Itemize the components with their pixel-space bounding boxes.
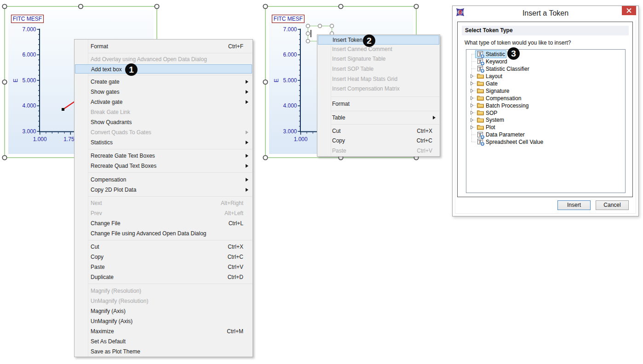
svg-text:System: System <box>486 117 504 123</box>
svg-text:E: E <box>12 79 19 82</box>
svg-text:6.000: 6.000 <box>283 51 297 58</box>
svg-text:Plot: Plot <box>486 124 495 131</box>
svg-text:FITC MESF: FITC MESF <box>274 16 303 22</box>
svg-text:SOP: SOP <box>486 110 497 116</box>
svg-text:E: E <box>273 79 280 82</box>
svg-text:7.000: 7.000 <box>283 26 297 33</box>
svg-text:6.000: 6.000 <box>22 51 36 58</box>
svg-text:4.000: 4.000 <box>22 102 36 109</box>
svg-text:FITC MESF: FITC MESF <box>13 16 42 22</box>
svg-text:Spreadsheet Cell Value: Spreadsheet Cell Value <box>486 139 544 145</box>
svg-text:Signature: Signature <box>486 88 510 94</box>
svg-text:1.000: 1.000 <box>33 136 47 142</box>
svg-text:Keyword: Keyword <box>486 58 507 65</box>
svg-text:5.000: 5.000 <box>283 77 297 84</box>
svg-text:5.000: 5.000 <box>22 77 36 84</box>
svg-text:Batch Processing: Batch Processing <box>486 102 528 109</box>
svg-text:Compensation: Compensation <box>486 95 521 102</box>
svg-text:7.000: 7.000 <box>22 26 36 33</box>
svg-text:Data Parameter: Data Parameter <box>486 131 525 138</box>
svg-text:Statistic Classifier: Statistic Classifier <box>486 66 529 72</box>
svg-text:Statistic: Statistic <box>486 51 505 57</box>
svg-text:4.000: 4.000 <box>283 102 297 109</box>
svg-text:3.000: 3.000 <box>283 128 297 135</box>
svg-text:1.000: 1.000 <box>294 136 308 142</box>
svg-text:Layout: Layout <box>486 73 503 80</box>
svg-text:3.000: 3.000 <box>22 128 36 135</box>
svg-text:Gate: Gate <box>486 80 498 87</box>
